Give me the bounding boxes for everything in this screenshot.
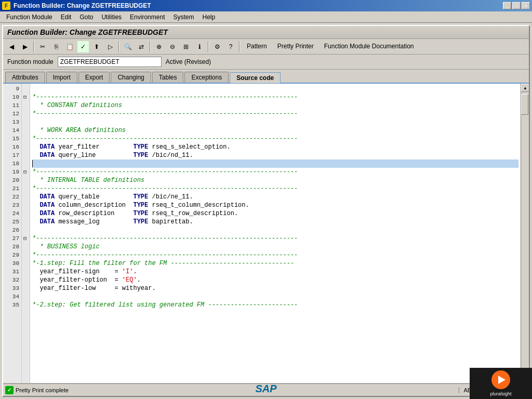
expand-icon — [22, 268, 28, 276]
vertical-scrollbar[interactable]: ▲ ▼ — [521, 84, 529, 383]
code-line[interactable] — [32, 292, 518, 301]
code-content[interactable]: *---------------------------------------… — [30, 84, 521, 383]
code-line[interactable] — [32, 159, 518, 168]
scroll-thumb[interactable] — [521, 94, 528, 115]
toolbar-nav: ◀ ▶ ✂ ⎘ 📋 ✓ ⬆ ▷ 🔍 ⇄ ⊕ ⊖ ⊞ ℹ ⚙ ? Pattern … — [3, 39, 529, 55]
status-left: ✓ Pretty Print complete — [5, 386, 457, 394]
tab-source-code[interactable]: Source code — [230, 72, 281, 83]
activate-button[interactable]: ⬆ — [90, 41, 103, 53]
line-number: 26 — [3, 226, 21, 234]
code-line[interactable]: DATA row_description TYPE rseq_t_row_des… — [32, 209, 518, 218]
test-button[interactable]: ▷ — [104, 41, 116, 53]
play-icon — [498, 376, 506, 384]
minimize-button[interactable]: _ — [503, 2, 511, 9]
expand-icon — [22, 209, 28, 218]
play-button[interactable] — [491, 370, 510, 389]
expand-icon — [22, 193, 28, 201]
tab-export[interactable]: Export — [78, 72, 110, 83]
code-line[interactable]: year_filter-option = 'EQ'. — [32, 276, 518, 284]
code-line[interactable]: * BUSINESS logic — [32, 243, 518, 251]
menu-help[interactable]: Help — [198, 12, 219, 22]
main-window: Function Builder: Change ZGETFREEBUDGET … — [2, 25, 530, 397]
code-line[interactable]: year_filter-sign = 'I'. — [32, 268, 518, 276]
line-number: 33 — [3, 284, 21, 292]
line-number: 30 — [3, 259, 21, 268]
tab-import[interactable]: Import — [46, 72, 77, 83]
maximize-button[interactable]: □ — [512, 2, 521, 9]
sep4 — [208, 41, 209, 52]
delete-button[interactable]: ⊖ — [166, 41, 179, 53]
line-number: 23 — [3, 201, 21, 209]
menu-environment[interactable]: Environment — [126, 12, 169, 22]
expand-icon[interactable]: ⊟ — [22, 234, 28, 243]
close-button[interactable]: × — [522, 2, 530, 9]
tab-exceptions[interactable]: Exceptions — [184, 72, 229, 83]
code-line[interactable]: *---------------------------------------… — [32, 184, 518, 193]
pattern-button[interactable]: Pattern — [242, 41, 272, 52]
code-line[interactable]: * WORK AREA definitions — [32, 126, 518, 135]
help2-button[interactable]: ? — [224, 41, 237, 53]
tab-tables[interactable]: Tables — [152, 72, 184, 83]
code-line[interactable]: DATA message_log TYPE bapirettab. — [32, 218, 518, 226]
find-button[interactable]: 🔍 — [122, 41, 134, 53]
code-line[interactable] — [32, 118, 518, 126]
line-number: 32 — [3, 276, 21, 284]
menu-system[interactable]: System — [169, 12, 198, 22]
code-area: 9101112131415161718192021222324252627282… — [3, 84, 529, 383]
tab-changing[interactable]: Changing — [111, 72, 151, 83]
expand-icon — [22, 301, 28, 309]
menu-goto[interactable]: Goto — [75, 12, 97, 22]
fm-row: Function module Active (Revised) — [3, 55, 529, 70]
line-number: 9 — [3, 85, 21, 93]
expand-icon — [22, 218, 28, 226]
scroll-up-button[interactable]: ▲ — [521, 84, 529, 92]
back-button[interactable]: ◀ — [5, 41, 18, 53]
check-icon: ✓ — [5, 386, 14, 394]
code-line[interactable]: * CONSTANT definitions — [32, 101, 518, 110]
code-line[interactable]: * INTERNAL TABLE definitions — [32, 176, 518, 184]
documentation-button[interactable]: Function Module Documentation — [320, 41, 419, 52]
menu-edit[interactable]: Edit — [57, 12, 76, 22]
code-line[interactable]: *---------------------------------------… — [32, 234, 518, 243]
menu-function-module[interactable]: Function Module — [2, 12, 57, 22]
expand-icon — [22, 284, 28, 292]
code-line[interactable]: DATA column_description TYPE rseq_t_colu… — [32, 201, 518, 209]
expand-icon[interactable]: ⊟ — [22, 93, 28, 101]
code-line[interactable]: DATA year_filter TYPE rseq_s_select_opti… — [32, 143, 518, 151]
settings-button[interactable]: ⚙ — [211, 41, 223, 53]
scroll-track[interactable] — [521, 92, 529, 375]
code-line[interactable]: DATA query_table TYPE /bic/ne_11. — [32, 193, 518, 201]
expand-icon[interactable]: ⊟ — [22, 168, 28, 176]
code-line[interactable] — [32, 226, 518, 234]
choose-button[interactable]: ⊞ — [180, 41, 192, 53]
window-controls[interactable]: _ □ × — [503, 2, 530, 9]
code-line[interactable]: *---------------------------------------… — [32, 110, 518, 118]
menu-utilities[interactable]: Utilities — [97, 12, 126, 22]
replace-button[interactable]: ⇄ — [135, 41, 148, 53]
status-bar: ✓ Pretty Print complete SAP ABAP Ln 18 C… — [3, 383, 529, 396]
insert-button[interactable]: ⊕ — [153, 41, 165, 53]
expand-icon — [22, 101, 28, 110]
forward-button[interactable]: ▶ — [19, 41, 31, 53]
code-line[interactable]: *---------------------------------------… — [32, 135, 518, 143]
fm-input[interactable] — [58, 57, 162, 67]
code-line[interactable]: *-1.step: Fill the filter for the FM ---… — [32, 259, 518, 268]
code-line[interactable]: *---------------------------------------… — [32, 251, 518, 259]
pretty-printer-button[interactable]: Pretty Printer — [273, 41, 318, 52]
line-numbers: 9101112131415161718192021222324252627282… — [3, 84, 22, 383]
tab-attributes[interactable]: Attributes — [5, 72, 45, 83]
check-button[interactable]: ✓ — [77, 41, 89, 53]
code-line[interactable]: *-2.step: Get filtered list using genera… — [32, 301, 518, 309]
line-number: 16 — [3, 143, 21, 151]
app-icon: F — [2, 2, 10, 10]
info-button[interactable]: ℹ — [193, 41, 206, 53]
code-line[interactable]: year_filter-low = withyear. — [32, 284, 518, 292]
expand-icon — [22, 243, 28, 251]
code-line[interactable]: *---------------------------------------… — [32, 168, 518, 176]
paste-button[interactable]: 📋 — [63, 41, 76, 53]
code-line[interactable] — [32, 85, 518, 93]
code-line[interactable]: *---------------------------------------… — [32, 93, 518, 101]
code-line[interactable]: DATA query_line TYPE /bic/nd_11. — [32, 151, 518, 159]
copy-button[interactable]: ⎘ — [50, 41, 62, 53]
cut-button[interactable]: ✂ — [36, 41, 49, 53]
